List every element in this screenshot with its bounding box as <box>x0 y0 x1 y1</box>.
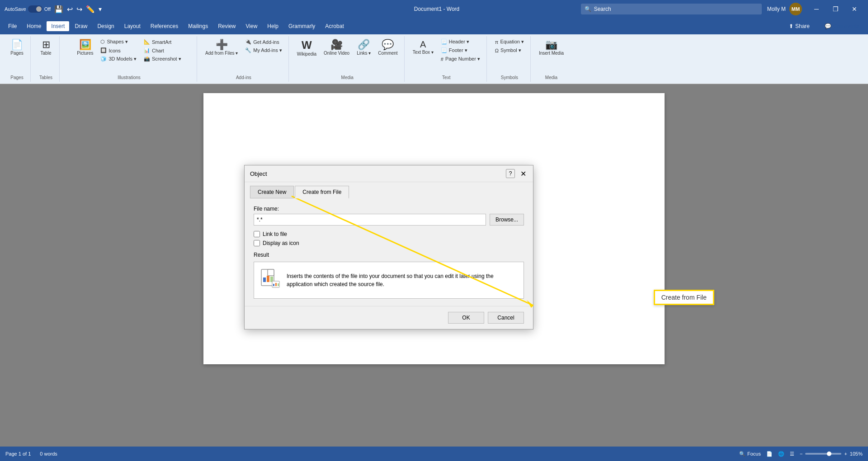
comments-button[interactable]: 💬 Comments <box>820 20 864 32</box>
onlinevideo-icon: 🎥 <box>330 40 343 50</box>
ribbon-btn-comment[interactable]: 💬 Comment <box>375 38 400 57</box>
result-label: Result <box>254 252 524 258</box>
ribbon-btn-3dmodels[interactable]: 🧊 3D Models ▾ <box>98 55 139 63</box>
undo-icon[interactable]: ↩ <box>67 5 73 14</box>
dialog-title: Object <box>250 170 267 177</box>
filename-input[interactable] <box>254 214 486 226</box>
zoom-control[interactable]: − + 105% <box>800 451 863 456</box>
ribbon-btn-pages[interactable]: 📄 Pages <box>8 38 26 57</box>
ribbon-btn-pagenumber[interactable]: # Page Number ▾ <box>438 55 483 63</box>
getaddins-icon: 🔌 <box>245 39 251 45</box>
menu-file[interactable]: File <box>4 21 21 31</box>
menu-help[interactable]: Help <box>263 21 283 31</box>
zoom-in-icon[interactable]: + <box>844 451 847 456</box>
focus-label[interactable]: 🔍 Focus <box>739 451 761 457</box>
ribbon-btn-smartart[interactable]: 📐 SmartArt <box>141 38 184 46</box>
dialog-footer: OK Cancel <box>245 306 533 329</box>
ribbon-btn-pictures[interactable]: 🖼️ Pictures <box>74 38 96 57</box>
ribbon-btn-shapes[interactable]: ⬡ Shapes ▾ <box>98 38 139 46</box>
menu-acrobat[interactable]: Acrobat <box>321 21 348 31</box>
dialog-close-button[interactable]: ✕ <box>519 169 528 178</box>
ribbon-btn-header[interactable]: 📃 Header ▾ <box>438 38 483 46</box>
ribbon-group-illustrations: 🖼️ Pictures ⬡ Shapes ▾ 🔲 Icons 🧊 3D Mode… <box>61 36 197 82</box>
footer-icon: 📃 <box>441 47 447 53</box>
menu-mailings[interactable]: Mailings <box>184 21 212 31</box>
menu-home[interactable]: Home <box>22 21 46 31</box>
svg-rect-7 <box>275 283 277 286</box>
ribbon-btn-getaddins[interactable]: 🔌 Get Add-ins <box>242 38 284 46</box>
ribbon-btn-onlinevideo[interactable]: 🎥 Online Video <box>321 38 352 57</box>
minimize-button[interactable]: ─ <box>807 0 826 18</box>
tab-create-new[interactable]: Create New <box>250 186 294 198</box>
link-to-file-label: Link to file <box>263 231 287 237</box>
ribbon-items-illustrations: 🖼️ Pictures ⬡ Shapes ▾ 🔲 Icons 🧊 3D Mode… <box>74 38 184 73</box>
tab-create-from-file[interactable]: Create from File <box>295 186 349 198</box>
zoom-out-icon[interactable]: − <box>800 451 802 456</box>
filename-row: Browse... <box>254 214 524 226</box>
menu-review[interactable]: Review <box>213 21 240 31</box>
symbol-icon: Ω <box>495 48 499 53</box>
ribbon-group-pages: 📄 Pages Pages <box>4 36 31 82</box>
menu-view[interactable]: View <box>241 21 262 31</box>
cancel-button[interactable]: Cancel <box>488 312 524 324</box>
ribbon-col-shapes: ⬡ Shapes ▾ 🔲 Icons 🧊 3D Models ▾ <box>98 38 139 63</box>
ribbon-btn-equation[interactable]: π Equation ▾ <box>492 38 527 46</box>
menu-grammarly[interactable]: Grammarly <box>284 21 320 31</box>
autosave-toggle[interactable]: AutoSave Off <box>5 5 51 13</box>
object-dialog: Object ? ✕ Create New Create from File F… <box>244 165 533 329</box>
equation-icon: π <box>495 39 499 45</box>
zoom-slider[interactable] <box>805 453 841 455</box>
zoom-thumb <box>827 452 831 456</box>
autosave-switch[interactable] <box>28 5 42 13</box>
ribbon-col-symbols: π Equation ▾ Ω Symbol ▾ <box>492 38 527 54</box>
share-button[interactable]: ⬆ Share <box>783 21 816 32</box>
ribbon-btn-textbox[interactable]: A Text Box ▾ <box>410 38 436 56</box>
view-outline-icon[interactable]: ☰ <box>790 451 794 457</box>
restore-button[interactable]: ❐ <box>826 0 844 18</box>
svg-rect-2 <box>263 278 266 282</box>
table-icon: ⊞ <box>42 40 50 50</box>
ribbon-btn-insertmedia[interactable]: 📷 Insert Media <box>536 38 566 57</box>
menu-design[interactable]: Design <box>93 21 118 31</box>
view-web-icon[interactable]: 🌐 <box>778 451 784 457</box>
ribbon-items-pages: 📄 Pages <box>8 38 26 73</box>
menu-insert[interactable]: Insert <box>47 21 69 31</box>
ribbon-btn-footer[interactable]: 📃 Footer ▾ <box>438 47 483 54</box>
icons-icon: 🔲 <box>100 47 107 53</box>
ribbon-group-insertmedia: 📷 Insert Media Media <box>533 36 570 82</box>
browse-button[interactable]: Browse... <box>490 214 524 226</box>
comment-icon: 💬 <box>382 40 394 50</box>
ribbon-btn-table[interactable]: ⊞ Table <box>37 38 55 57</box>
customize-icon[interactable]: ▾ <box>99 5 102 13</box>
ribbon-col-text: 📃 Header ▾ 📃 Footer ▾ # Page Number ▾ <box>438 38 483 63</box>
result-icon <box>259 268 281 293</box>
ribbon-btn-icons[interactable]: 🔲 Icons <box>98 47 139 54</box>
menu-references[interactable]: References <box>146 21 183 31</box>
smartart-icon: 📐 <box>144 39 150 45</box>
display-as-icon-row: Display as icon <box>254 240 524 246</box>
ribbon-btn-wikipedia[interactable]: W Wikipedia <box>294 38 319 58</box>
ribbon-btn-symbol[interactable]: Ω Symbol ▾ <box>492 47 527 54</box>
ribbon-btn-addfromfiles[interactable]: ➕ Add from Files ▾ <box>203 38 241 57</box>
menu-layout[interactable]: Layout <box>120 21 145 31</box>
search-box[interactable]: 🔍 Search <box>581 4 762 14</box>
save-icon[interactable]: 💾 <box>54 5 63 14</box>
view-print-icon[interactable]: 📄 <box>766 451 773 457</box>
ok-button[interactable]: OK <box>448 312 484 324</box>
ribbon-col-addins: 🔌 Get Add-ins 🔧 My Add-ins ▾ <box>242 38 284 54</box>
redo-icon[interactable]: ↪ <box>76 5 82 14</box>
ribbon-btn-chart[interactable]: 📊 Chart <box>141 47 184 54</box>
ribbon-btn-links[interactable]: 🔗 Links ▾ <box>354 38 373 57</box>
title-bar-right: 🔍 Search Molly M MM ─ ❐ ✕ <box>581 0 863 18</box>
window-controls: ─ ❐ ✕ <box>807 0 863 18</box>
draw-icon[interactable]: ✏️ <box>86 5 95 14</box>
insertmedia-icon: 📷 <box>545 40 557 50</box>
close-button[interactable]: ✕ <box>845 0 863 18</box>
avatar[interactable]: MM <box>789 3 802 15</box>
menu-draw[interactable]: Draw <box>70 21 92 31</box>
dialog-help-button[interactable]: ? <box>506 169 515 178</box>
ribbon-btn-screenshot[interactable]: 📸 Screenshot ▾ <box>141 55 184 63</box>
link-to-file-checkbox[interactable] <box>254 231 260 237</box>
ribbon-btn-myaddins[interactable]: 🔧 My Add-ins ▾ <box>242 47 284 54</box>
display-as-icon-checkbox[interactable] <box>254 240 260 246</box>
